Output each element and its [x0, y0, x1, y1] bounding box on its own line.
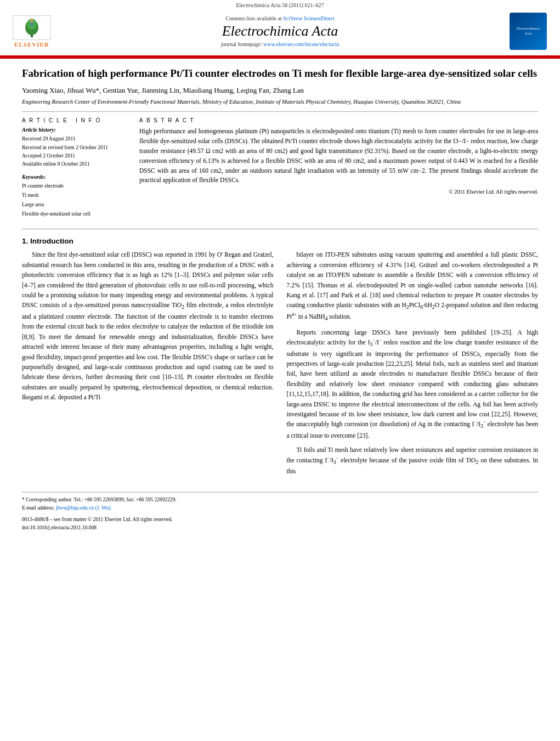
intro-col-right: bilayer on ITO-PEN substrates using vacu…: [287, 250, 539, 480]
intro-heading: 1. Introduction: [22, 237, 538, 245]
keyword-2: Ti mesh: [22, 191, 126, 200]
abstract-col: A B S T R A C T High performance and hom…: [139, 117, 538, 219]
journal-logo-box: ElectrochimicaActa: [510, 13, 547, 50]
footnote-corresponding: * Corresponding author. Tel.: +86 595 22…: [22, 496, 538, 504]
article-info-box: Article history: Received 29 August 2011…: [22, 127, 126, 168]
article-history-label: Article history:: [22, 127, 126, 133]
section-title: Introduction: [30, 237, 73, 245]
copyright-line: © 2011 Elsevier Ltd. All rights reserved…: [139, 189, 538, 195]
journal-main-title: Electrochimica Acta: [54, 22, 506, 39]
info-abstract-section: A R T I C L E I N F O Article history: R…: [22, 111, 538, 219]
footnote-issn: 0013-4686/$ – see front matter © 2011 El…: [22, 516, 538, 524]
article-title: Fabrication of high performance Pt/Ti co…: [22, 66, 538, 81]
homepage-url[interactable]: www.elsevier.com/locate/electacta: [263, 41, 339, 47]
elsevier-logo: ELSEVIER: [10, 15, 54, 48]
abstract-label: A B S T R A C T: [139, 117, 538, 123]
elsevier-tree-logo: [13, 15, 51, 40]
intro-para-3: Reports concerning large DSSCs have prev…: [287, 327, 539, 441]
svg-rect-5: [31, 22, 33, 26]
article-info-label: A R T I C L E I N F O: [22, 117, 126, 123]
elsevier-tree-svg: [15, 16, 48, 38]
accepted-date: Accepted 2 October 2011: [22, 152, 126, 160]
keyword-1: Pt counter electrode: [22, 182, 126, 191]
intro-section: 1. Introduction Since the first dye-sens…: [22, 237, 538, 480]
keywords-label: Keywords:: [22, 174, 126, 180]
journal-title-center: Contents lists available at SciVerse Sci…: [54, 15, 506, 47]
main-content: Fabrication of high performance Pt/Ti co…: [0, 59, 560, 544]
available-date: Available online 8 October 2011: [22, 160, 126, 168]
intro-para-4: Ti foils and Ti mesh have relatively low…: [287, 445, 539, 476]
journal-banner: ELSEVIER Contents lists available at Sci…: [0, 9, 560, 52]
affiliation: Engineering Research Center of Environme…: [22, 98, 538, 106]
keyword-3: Large area: [22, 200, 126, 210]
keywords-section: Keywords: Pt counter electrode Ti mesh L…: [22, 174, 126, 219]
section-divider: [22, 229, 538, 229]
journal-top-bar: Electrochimica Acta 58 (2011) 621–627: [0, 0, 560, 9]
intro-para-1: Since the first dye-sensitized solar cel…: [22, 250, 274, 402]
footnote-doi: doi:10.1016/j.electacta.2011.10.008: [22, 524, 538, 532]
intro-para-2: bilayer on ITO-PEN substrates using vacu…: [287, 250, 539, 323]
keyword-4: Flexible dye-sensitized solar cell: [22, 210, 126, 219]
intro-col-left: Since the first dye-sensitized solar cel…: [22, 250, 274, 480]
footnote-email: E-mail address: jhwu@hqu.edu.cn (J. Wu).: [22, 504, 538, 512]
article-info-col: A R T I C L E I N F O Article history: R…: [22, 117, 126, 219]
abstract-text: High performance and homogeneous platinu…: [139, 127, 538, 185]
authors-line: Yaoming Xiao, Jihuai Wu*, Gentian Yue, J…: [22, 86, 538, 95]
svg-point-4: [30, 19, 33, 22]
intro-body-cols: Since the first dye-sensitized solar cel…: [22, 250, 538, 480]
contents-line: Contents lists available at SciVerse Sci…: [54, 15, 506, 21]
homepage-line: journal homepage: www.elsevier.com/locat…: [54, 41, 506, 47]
footnote-area: * Corresponding author. Tel.: +86 595 22…: [22, 492, 538, 533]
section-number: 1.: [22, 237, 28, 245]
elsevier-text: ELSEVIER: [14, 41, 49, 48]
journal-header: Electrochimica Acta 58 (2011) 621–627: [0, 0, 560, 56]
received-date: Received 29 August 2011: [22, 135, 126, 143]
journal-citation: Electrochimica Acta 58 (2011) 621–627: [236, 2, 324, 8]
sciverse-link[interactable]: SciVerse ScienceDirect: [283, 15, 335, 21]
revised-date: Received in revised form 2 October 2011: [22, 144, 126, 152]
journal-right-logo: ElectrochimicaActa: [506, 13, 550, 50]
email-link[interactable]: jhwu@hqu.edu.cn (J. Wu).: [56, 505, 112, 511]
